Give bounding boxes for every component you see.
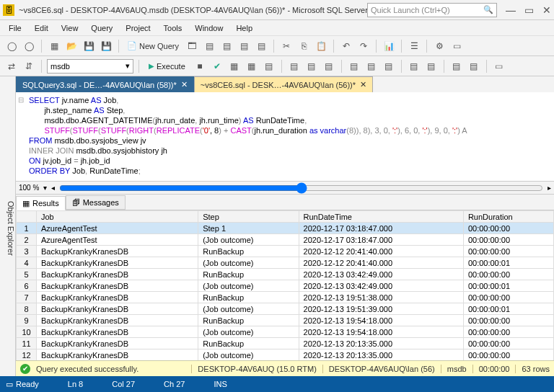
column-header[interactable]: Job [37, 211, 198, 223]
results-grid[interactable]: JobStepRunDateTimeRunDuration1AzureAgent… [16, 210, 554, 360]
close-button[interactable]: ✕ [542, 4, 551, 16]
messages-icon: 🗐 [72, 198, 80, 207]
column-header[interactable] [17, 211, 37, 223]
ide-status-bar: ▭Ready Ln 8 Col 27 Ch 27 INS [0, 376, 554, 392]
table-row[interactable]: 7BackupKrankyKranesDBRunBackup2020-12-13… [17, 292, 554, 303]
tab-vs8ce6[interactable]: ~vs8CE6.sql - DESK…-4AV6AUQ\Ian (56))* ✕ [194, 76, 373, 92]
change-connection-icon[interactable]: ⇵ [22, 59, 36, 74]
chevron-down-icon: ▾ [126, 61, 130, 71]
status-db: msdb [441, 365, 467, 373]
intellisense-icon[interactable]: ▤ [262, 59, 276, 74]
outdent-icon[interactable]: ▤ [467, 59, 481, 74]
include-plan-icon[interactable]: ▤ [287, 59, 302, 74]
sql-editor[interactable]: ⊟ SELECT jv.name AS Job, jh.step_name AS… [16, 92, 554, 182]
specify-values-icon[interactable]: ▭ [492, 59, 506, 74]
title-bar: 🗄 ~vs8CE6.sql - DESKTOP-4AV6AUQ.msdb (DE… [0, 0, 554, 20]
tab-sqlquery3[interactable]: SQLQuery3.sql - DE…-4AV6AUQ\Ian (58))* ✕ [16, 76, 194, 92]
column-header[interactable]: Step [198, 211, 299, 223]
menu-edit[interactable]: Edit [29, 22, 54, 34]
xmla-icon[interactable]: ▤ [219, 39, 234, 53]
tab-messages[interactable]: 🗐 Messages [66, 195, 126, 210]
status-col: Col 27 [112, 380, 135, 388]
grid-icon: ▦ [22, 199, 30, 208]
table-row[interactable]: 9BackupKrankyKranesDBRunBackup2020-12-13… [17, 315, 554, 326]
nav-fwd-icon[interactable]: ◯ [22, 39, 36, 53]
nav-back-icon[interactable]: ◯ [4, 39, 19, 53]
zoom-level[interactable]: 100 % [19, 184, 39, 192]
table-row[interactable]: 10BackupKrankyKranesDB(Job outcome)2020-… [17, 326, 554, 338]
table-row[interactable]: 1AzureAgentTestStep 12020-12-17 03:18:47… [17, 223, 554, 234]
menu-file[interactable]: File [3, 22, 27, 34]
table-row[interactable]: 8BackupKrankyKranesDB(Job outcome)2020-1… [17, 303, 554, 315]
undo-icon[interactable]: ↶ [339, 39, 353, 53]
window-icon: ▭ [6, 380, 13, 389]
dmx-icon[interactable]: ▤ [254, 39, 268, 53]
table-row[interactable]: 5BackupKrankyKranesDBRunBackup2020-12-13… [17, 269, 554, 280]
menu-window[interactable]: Window [189, 22, 229, 34]
quick-launch-input[interactable]: Quick Launch (Ctrl+Q) 🔍 [367, 3, 497, 17]
close-icon[interactable]: ✕ [181, 80, 188, 89]
results-text-icon[interactable]: ▤ [347, 59, 361, 74]
indent-icon[interactable]: ▤ [449, 59, 464, 74]
table-row[interactable]: 3BackupKrankyKranesDBRunBackup2020-12-12… [17, 246, 554, 257]
results-tabs: ▦ Results 🗐 Messages [16, 195, 554, 210]
connection-icon[interactable]: ⇄ [4, 59, 19, 74]
close-icon[interactable]: ✕ [360, 80, 366, 89]
execute-button[interactable]: ▶ Execute [144, 59, 190, 74]
parse-icon[interactable]: ✔ [210, 59, 224, 74]
comment-icon[interactable]: ▤ [407, 59, 421, 74]
maximize-button[interactable]: ▭ [524, 4, 534, 16]
object-explorer-tab[interactable]: Object Explorer [0, 76, 16, 376]
h-scrollbar[interactable] [59, 184, 543, 192]
save-icon[interactable]: 💾 [82, 39, 96, 53]
menu-view[interactable]: View [56, 22, 84, 34]
play-icon: ▶ [149, 62, 154, 70]
copy-icon[interactable]: ⎘ [296, 39, 311, 53]
column-header[interactable]: RunDateTime [299, 211, 463, 223]
live-stats-icon[interactable]: ▤ [304, 59, 319, 74]
minimize-button[interactable]: — [506, 4, 516, 16]
menu-project[interactable]: Project [120, 22, 156, 34]
toolbox-icon[interactable]: ▭ [449, 39, 464, 53]
status-rows: 63 rows [515, 365, 550, 373]
status-ins: INS [214, 380, 227, 388]
results-grid-icon[interactable]: ▤ [364, 59, 379, 74]
paste-icon[interactable]: 📋 [314, 39, 328, 53]
properties-icon[interactable]: ⚙ [432, 39, 447, 53]
open-icon[interactable]: 📂 [64, 39, 79, 53]
new-query-button[interactable]: 📄 New Query [124, 39, 182, 53]
query-options-icon[interactable]: ▦ [245, 59, 259, 74]
table-row[interactable]: 6BackupKrankyKranesDB(Job outcome)2020-1… [17, 280, 554, 292]
table-row[interactable]: 4BackupKrankyKranesDB(Job outcome)2020-1… [17, 257, 554, 269]
analysis-icon[interactable]: ▤ [202, 39, 216, 53]
scroll-left-icon[interactable]: ◂ [51, 184, 55, 192]
results-file-icon[interactable]: ▤ [382, 59, 396, 74]
activity-monitor-icon[interactable]: 📊 [382, 39, 396, 53]
table-row[interactable]: 12BackupKrankyKranesDB(Job outcome)2020-… [17, 349, 554, 361]
uncomment-icon[interactable]: ▤ [424, 59, 439, 74]
menu-query[interactable]: Query [85, 22, 118, 34]
database-selector[interactable]: msdb ▾ [47, 59, 133, 74]
display-plan-icon[interactable]: ▦ [227, 59, 242, 74]
menu-help[interactable]: Help [230, 22, 258, 34]
stop-icon[interactable]: ■ [193, 59, 207, 74]
save-all-icon[interactable]: 💾 [99, 39, 113, 53]
tab-results[interactable]: ▦ Results [16, 196, 66, 210]
search-icon: 🔍 [483, 5, 493, 14]
client-stats-icon[interactable]: ▤ [322, 59, 336, 74]
menu-tools[interactable]: Tools [158, 22, 188, 34]
table-row[interactable]: 2AzureAgentTest(Job outcome)2020-12-17 0… [17, 234, 554, 246]
new-query-icon: 📄 [127, 41, 137, 50]
redo-icon[interactable]: ↷ [356, 39, 371, 53]
scroll-right-icon[interactable]: ▸ [548, 184, 551, 192]
status-message: Query executed successfully. [36, 365, 138, 373]
options-icon[interactable]: ☰ [407, 39, 421, 53]
table-row[interactable]: 11BackupKrankyKranesDBRunBackup2020-12-1… [17, 338, 554, 349]
db-engine-query-icon[interactable]: 🗔 [185, 39, 199, 53]
status-elapsed: 00:00:00 [472, 365, 510, 373]
new-project-icon[interactable]: ▦ [47, 39, 61, 53]
status-user: DESKTOP-4AV6AUQ\Ian (56) [322, 365, 435, 373]
mdx-icon[interactable]: ▤ [237, 39, 251, 53]
cut-icon[interactable]: ✂ [279, 39, 294, 53]
column-header[interactable]: RunDuration [463, 211, 553, 223]
